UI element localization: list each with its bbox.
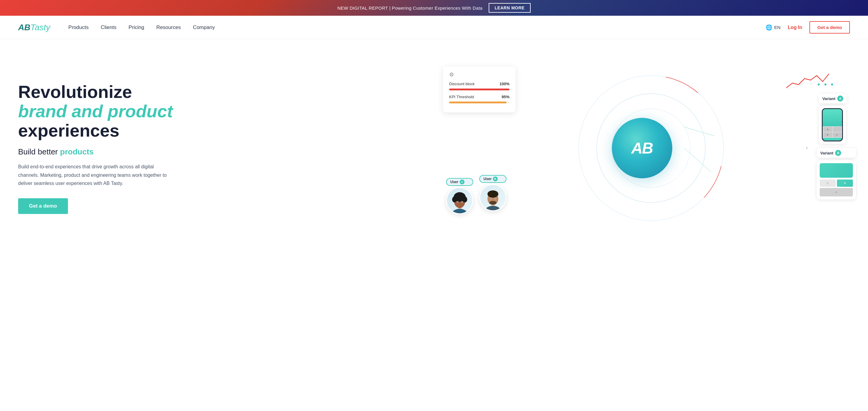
hero-title-line1: Revolutionize — [18, 82, 132, 101]
svg-point-6 — [452, 209, 467, 213]
top-banner: NEW DIGITAL REPORT | Powering Customer E… — [0, 0, 868, 16]
ab-logo-circle: AB — [612, 118, 672, 178]
logo[interactable]: AB Tasty — [18, 23, 50, 32]
dashboard-card: ⚙ Discount block 100% KPI Threshold 95% — [443, 66, 516, 112]
get-demo-hero-button[interactable]: Get a demo — [18, 198, 68, 214]
svg-point-16 — [485, 206, 500, 210]
metric1-row: Discount block 100% — [449, 82, 509, 86]
user-a-svg — [448, 189, 471, 213]
user-b-container: User B — [479, 175, 506, 211]
svg-point-14 — [457, 202, 458, 203]
svg-point-10 — [452, 197, 457, 203]
login-button[interactable]: Log In — [788, 25, 802, 30]
hero-content: Revolutionize brand and product experien… — [18, 82, 434, 214]
banner-text: NEW DIGITAL REPORT | Powering Customer E… — [337, 5, 483, 10]
svg-point-11 — [462, 197, 467, 203]
nav-right: 🌐 EN Log In Get a demo — [766, 21, 850, 33]
svg-line-4 — [684, 127, 715, 136]
get-demo-nav-button[interactable]: Get a demo — [809, 21, 850, 33]
metric2-row: KPI Threshold 95% — [449, 95, 509, 99]
logo-tasty: Tasty — [30, 23, 50, 32]
user-b-label: User B — [479, 175, 506, 183]
hero-subtitle: Build better products — [18, 147, 422, 156]
user-a-badge: A — [460, 179, 465, 184]
hero-illustration: AB ⚙ Discount block 100% KPI Threshold 9… — [434, 57, 850, 239]
metric2-value: 95% — [502, 95, 509, 99]
language-selector[interactable]: 🌐 EN — [766, 24, 780, 31]
variant-b-card: Variant B C B A — [817, 148, 856, 200]
variant-b-badge: B — [835, 150, 841, 156]
metric1-value: 100% — [499, 82, 509, 86]
variant-b-label: Variant — [820, 151, 833, 155]
hero-subtitle-plain: Build better — [18, 147, 58, 156]
variant-a-card: Variant A A B C — [819, 94, 847, 144]
hero-title-line3: experiences — [18, 121, 119, 140]
nav-link-resources[interactable]: Resources — [156, 25, 181, 31]
hero-subtitle-colored: products — [60, 147, 94, 156]
metric1-label: Discount block — [449, 82, 475, 86]
language-label: EN — [774, 25, 780, 30]
nav-link-company[interactable]: Company — [193, 25, 215, 31]
svg-point-20 — [489, 201, 497, 205]
metric2-bar-fill — [449, 101, 506, 104]
hero-title: Revolutionize brand and product experien… — [18, 82, 422, 140]
user-a-container: User A — [446, 178, 473, 214]
three-dots: ● ● ● — [817, 82, 835, 87]
svg-point-15 — [461, 202, 462, 203]
user-a-label: User A — [446, 178, 473, 186]
navbar: AB Tasty Products Clients Pricing Resour… — [0, 16, 868, 39]
metric1-bar — [449, 89, 509, 90]
globe-icon: 🌐 — [766, 24, 772, 31]
user-b-avatar — [479, 184, 506, 211]
hero-section: Revolutionize brand and product experien… — [0, 39, 868, 251]
svg-line-5 — [684, 148, 712, 172]
logo-ab: AB — [18, 23, 30, 32]
nav-link-clients[interactable]: Clients — [100, 25, 116, 31]
gear-icon: ⚙ — [449, 71, 509, 78]
chart-area — [783, 66, 832, 94]
metric2-label: KPI Threshold — [449, 95, 474, 99]
chart-svg — [783, 66, 832, 94]
metric1-bar-fill — [449, 89, 509, 90]
svg-point-24 — [494, 198, 495, 199]
metric2-bar — [449, 101, 509, 104]
user-b-badge: B — [493, 176, 498, 181]
variant-a-label: Variant — [823, 96, 835, 101]
svg-point-19 — [488, 190, 498, 198]
learn-more-button[interactable]: LEARN MORE — [489, 3, 531, 13]
hero-title-colored: brand and product — [18, 101, 173, 121]
ab-logo-text: AB — [631, 139, 653, 157]
nav-link-pricing[interactable]: Pricing — [128, 25, 144, 31]
svg-point-23 — [490, 198, 491, 199]
user-a-avatar — [446, 187, 473, 214]
nav-link-products[interactable]: Products — [68, 25, 89, 31]
user-b-svg — [482, 186, 504, 210]
chevron-icon: › — [806, 145, 808, 150]
nav-links: Products Clients Pricing Resources Compa… — [68, 25, 766, 31]
variant-a-badge: A — [837, 95, 843, 101]
hero-description: Build end-to-end experiences that drive … — [18, 163, 175, 187]
